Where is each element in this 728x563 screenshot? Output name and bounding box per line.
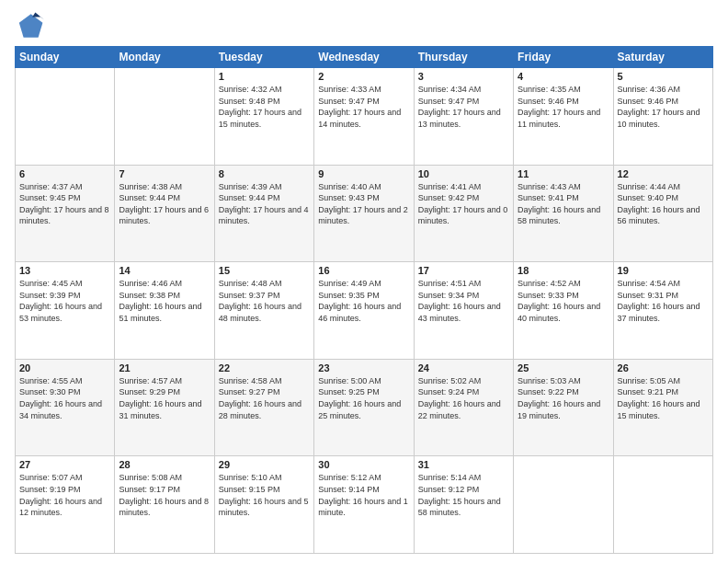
calendar-cell: 18Sunrise: 4:52 AM Sunset: 9:33 PM Dayli… bbox=[514, 262, 613, 360]
day-number: 9 bbox=[318, 168, 409, 179]
calendar-cell: 7Sunrise: 4:38 AM Sunset: 9:44 PM Daylig… bbox=[115, 165, 214, 262]
calendar-day-header: Wednesday bbox=[314, 47, 414, 68]
calendar-cell: 3Sunrise: 4:34 AM Sunset: 9:47 PM Daylig… bbox=[414, 68, 513, 166]
day-info: Sunrise: 4:43 AM Sunset: 9:41 PM Dayligh… bbox=[518, 181, 609, 227]
calendar: SundayMondayTuesdayWednesdayThursdayFrid… bbox=[15, 46, 713, 554]
day-info: Sunrise: 4:54 AM Sunset: 9:31 PM Dayligh… bbox=[618, 278, 709, 324]
day-info: Sunrise: 5:05 AM Sunset: 9:21 PM Dayligh… bbox=[618, 375, 709, 421]
day-number: 1 bbox=[219, 71, 310, 82]
calendar-cell bbox=[514, 456, 613, 554]
day-info: Sunrise: 4:39 AM Sunset: 9:44 PM Dayligh… bbox=[219, 181, 310, 227]
day-info: Sunrise: 4:38 AM Sunset: 9:44 PM Dayligh… bbox=[119, 181, 210, 227]
day-number: 26 bbox=[618, 362, 709, 373]
day-info: Sunrise: 4:46 AM Sunset: 9:38 PM Dayligh… bbox=[119, 278, 210, 324]
day-number: 6 bbox=[19, 168, 110, 179]
day-info: Sunrise: 4:33 AM Sunset: 9:47 PM Dayligh… bbox=[318, 84, 409, 130]
calendar-day-header: Thursday bbox=[414, 47, 513, 68]
calendar-week-row: 20Sunrise: 4:55 AM Sunset: 9:30 PM Dayli… bbox=[16, 359, 713, 456]
calendar-cell: 1Sunrise: 4:32 AM Sunset: 9:48 PM Daylig… bbox=[214, 68, 313, 166]
calendar-cell: 28Sunrise: 5:08 AM Sunset: 9:17 PM Dayli… bbox=[115, 456, 214, 554]
day-info: Sunrise: 4:32 AM Sunset: 9:48 PM Dayligh… bbox=[219, 84, 310, 130]
calendar-day-header: Saturday bbox=[613, 47, 712, 68]
calendar-cell: 2Sunrise: 4:33 AM Sunset: 9:47 PM Daylig… bbox=[314, 68, 414, 166]
day-info: Sunrise: 4:45 AM Sunset: 9:39 PM Dayligh… bbox=[19, 278, 110, 324]
calendar-day-header: Monday bbox=[115, 47, 214, 68]
day-info: Sunrise: 4:52 AM Sunset: 9:33 PM Dayligh… bbox=[518, 278, 609, 324]
day-info: Sunrise: 4:49 AM Sunset: 9:35 PM Dayligh… bbox=[318, 278, 409, 324]
calendar-cell: 25Sunrise: 5:03 AM Sunset: 9:22 PM Dayli… bbox=[514, 359, 613, 456]
svg-marker-0 bbox=[19, 14, 43, 38]
day-number: 7 bbox=[119, 168, 210, 179]
day-info: Sunrise: 4:58 AM Sunset: 9:27 PM Dayligh… bbox=[219, 375, 310, 421]
calendar-week-row: 6Sunrise: 4:37 AM Sunset: 9:45 PM Daylig… bbox=[16, 165, 713, 262]
calendar-header-row: SundayMondayTuesdayWednesdayThursdayFrid… bbox=[16, 47, 713, 68]
calendar-cell: 19Sunrise: 4:54 AM Sunset: 9:31 PM Dayli… bbox=[613, 262, 712, 360]
day-info: Sunrise: 4:40 AM Sunset: 9:43 PM Dayligh… bbox=[318, 181, 409, 227]
calendar-cell: 9Sunrise: 4:40 AM Sunset: 9:43 PM Daylig… bbox=[314, 165, 414, 262]
day-info: Sunrise: 4:41 AM Sunset: 9:42 PM Dayligh… bbox=[418, 181, 509, 227]
day-info: Sunrise: 4:34 AM Sunset: 9:47 PM Dayligh… bbox=[418, 84, 509, 130]
day-info: Sunrise: 5:07 AM Sunset: 9:19 PM Dayligh… bbox=[19, 472, 110, 518]
day-number: 3 bbox=[418, 71, 509, 82]
calendar-day-header: Tuesday bbox=[214, 47, 313, 68]
day-number: 8 bbox=[219, 168, 310, 179]
day-number: 13 bbox=[19, 265, 110, 276]
day-number: 17 bbox=[418, 265, 509, 276]
day-info: Sunrise: 4:37 AM Sunset: 9:45 PM Dayligh… bbox=[19, 181, 110, 227]
day-number: 30 bbox=[318, 459, 409, 470]
calendar-week-row: 13Sunrise: 4:45 AM Sunset: 9:39 PM Dayli… bbox=[16, 262, 713, 360]
calendar-cell: 11Sunrise: 4:43 AM Sunset: 9:41 PM Dayli… bbox=[514, 165, 613, 262]
day-number: 24 bbox=[418, 362, 509, 373]
header bbox=[15, 11, 713, 40]
calendar-cell bbox=[16, 68, 115, 166]
calendar-cell bbox=[115, 68, 214, 166]
day-number: 22 bbox=[219, 362, 310, 373]
day-number: 25 bbox=[518, 362, 609, 373]
calendar-cell: 15Sunrise: 4:48 AM Sunset: 9:37 PM Dayli… bbox=[214, 262, 313, 360]
day-number: 5 bbox=[618, 71, 709, 82]
calendar-cell: 26Sunrise: 5:05 AM Sunset: 9:21 PM Dayli… bbox=[613, 359, 712, 456]
day-number: 23 bbox=[318, 362, 409, 373]
calendar-cell: 13Sunrise: 4:45 AM Sunset: 9:39 PM Dayli… bbox=[16, 262, 115, 360]
day-number: 10 bbox=[418, 168, 509, 179]
day-number: 31 bbox=[418, 459, 509, 470]
calendar-cell: 29Sunrise: 5:10 AM Sunset: 9:15 PM Dayli… bbox=[214, 456, 313, 554]
calendar-cell: 31Sunrise: 5:14 AM Sunset: 9:12 PM Dayli… bbox=[414, 456, 513, 554]
day-number: 12 bbox=[618, 168, 709, 179]
calendar-cell: 22Sunrise: 4:58 AM Sunset: 9:27 PM Dayli… bbox=[214, 359, 313, 456]
day-info: Sunrise: 4:35 AM Sunset: 9:46 PM Dayligh… bbox=[518, 84, 609, 130]
calendar-cell: 6Sunrise: 4:37 AM Sunset: 9:45 PM Daylig… bbox=[16, 165, 115, 262]
day-info: Sunrise: 5:00 AM Sunset: 9:25 PM Dayligh… bbox=[318, 375, 409, 421]
calendar-cell: 21Sunrise: 4:57 AM Sunset: 9:29 PM Dayli… bbox=[115, 359, 214, 456]
calendar-day-header: Friday bbox=[514, 47, 613, 68]
day-info: Sunrise: 4:55 AM Sunset: 9:30 PM Dayligh… bbox=[19, 375, 110, 421]
day-number: 4 bbox=[518, 71, 609, 82]
calendar-cell: 30Sunrise: 5:12 AM Sunset: 9:14 PM Dayli… bbox=[314, 456, 414, 554]
page: SundayMondayTuesdayWednesdayThursdayFrid… bbox=[0, 0, 728, 563]
day-info: Sunrise: 5:14 AM Sunset: 9:12 PM Dayligh… bbox=[418, 472, 509, 518]
day-info: Sunrise: 4:36 AM Sunset: 9:46 PM Dayligh… bbox=[618, 84, 709, 130]
calendar-cell: 12Sunrise: 4:44 AM Sunset: 9:40 PM Dayli… bbox=[613, 165, 712, 262]
day-number: 19 bbox=[618, 265, 709, 276]
day-info: Sunrise: 4:57 AM Sunset: 9:29 PM Dayligh… bbox=[119, 375, 210, 421]
day-info: Sunrise: 5:03 AM Sunset: 9:22 PM Dayligh… bbox=[518, 375, 609, 421]
day-number: 14 bbox=[119, 265, 210, 276]
calendar-cell: 5Sunrise: 4:36 AM Sunset: 9:46 PM Daylig… bbox=[613, 68, 712, 166]
day-number: 2 bbox=[318, 71, 409, 82]
calendar-cell: 27Sunrise: 5:07 AM Sunset: 9:19 PM Dayli… bbox=[16, 456, 115, 554]
calendar-day-header: Sunday bbox=[16, 47, 115, 68]
calendar-cell: 14Sunrise: 4:46 AM Sunset: 9:38 PM Dayli… bbox=[115, 262, 214, 360]
logo-icon bbox=[15, 11, 44, 40]
calendar-cell: 16Sunrise: 4:49 AM Sunset: 9:35 PM Dayli… bbox=[314, 262, 414, 360]
day-info: Sunrise: 4:44 AM Sunset: 9:40 PM Dayligh… bbox=[618, 181, 709, 227]
calendar-cell: 8Sunrise: 4:39 AM Sunset: 9:44 PM Daylig… bbox=[214, 165, 313, 262]
day-number: 16 bbox=[318, 265, 409, 276]
day-info: Sunrise: 4:51 AM Sunset: 9:34 PM Dayligh… bbox=[418, 278, 509, 324]
day-number: 21 bbox=[119, 362, 210, 373]
day-info: Sunrise: 4:48 AM Sunset: 9:37 PM Dayligh… bbox=[219, 278, 310, 324]
calendar-cell: 10Sunrise: 4:41 AM Sunset: 9:42 PM Dayli… bbox=[414, 165, 513, 262]
day-number: 28 bbox=[119, 459, 210, 470]
day-number: 18 bbox=[518, 265, 609, 276]
calendar-cell: 24Sunrise: 5:02 AM Sunset: 9:24 PM Dayli… bbox=[414, 359, 513, 456]
day-number: 29 bbox=[219, 459, 310, 470]
